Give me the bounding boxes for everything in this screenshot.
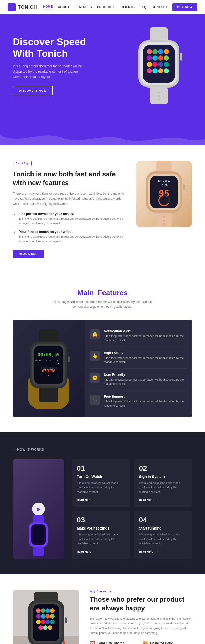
how-it-works-section: — HOW IT WORKS ▶ 01 Turn On Watch It is … bbox=[0, 432, 205, 574]
step-num-1: 01 bbox=[77, 464, 125, 473]
feature-desc-1: It is a long established fact that a rea… bbox=[19, 217, 126, 226]
svg-point-79 bbox=[50, 620, 55, 624]
about-watch-image: Tue, Sep 12 10:09 95 bbox=[136, 161, 192, 227]
svg-point-4 bbox=[147, 49, 152, 54]
features-bg: A 阿里素材网 00:09,59 bbox=[13, 320, 85, 417]
features-grid: A 阿里素材网 00:09,59 bbox=[13, 320, 192, 417]
svg-rect-41 bbox=[39, 329, 58, 343]
pink-watch-svg: Tue, Sep 12 10:09 95 bbox=[136, 161, 192, 227]
svg-point-70 bbox=[45, 608, 50, 613]
why-features-grid: ⏰ Long Time Charge 🎨 Unlimited Color 💳 E… bbox=[90, 640, 192, 644]
feature-row-desc-4: It is a long established fact that a rea… bbox=[104, 399, 187, 408]
features-section: Main Features It is a long established f… bbox=[0, 273, 205, 432]
feature-row-text-1: Notification Alert It is a long establis… bbox=[104, 329, 187, 342]
why-feature-1: ⏰ Long Time Charge bbox=[90, 640, 139, 644]
svg-point-18 bbox=[158, 68, 163, 73]
features-heading-normal: Main bbox=[77, 289, 94, 297]
watch-illustration bbox=[126, 27, 192, 104]
read-more-button[interactable]: READ MORE bbox=[13, 250, 44, 258]
nav-about[interactable]: ABOUT bbox=[58, 5, 69, 9]
play-button[interactable]: ▶ bbox=[32, 503, 45, 515]
navigation: T TONICH HOME ABOUT FEATURES PRODUCTS CL… bbox=[0, 0, 205, 14]
svg-point-14 bbox=[158, 62, 163, 67]
about-section: About App Tonich is now both fast and sa… bbox=[0, 145, 205, 273]
step-link-3[interactable]: Read More bbox=[77, 550, 95, 553]
nav-faq[interactable]: FAQ bbox=[140, 5, 146, 9]
svg-text:♥: ♥ bbox=[48, 374, 49, 377]
hero-heading: Discover Speed With Tonich bbox=[13, 36, 102, 60]
svg-point-15 bbox=[164, 62, 169, 67]
step-num-3: 03 bbox=[77, 516, 125, 524]
svg-point-23 bbox=[158, 95, 160, 97]
why-section: PRODUCT SOLD 1,850 HAPPY CUSTOMER 1,850 … bbox=[0, 574, 205, 644]
nav-features[interactable]: FEATURES bbox=[75, 5, 92, 9]
feature-row-text-2: High Quality It is a long established fa… bbox=[104, 351, 187, 364]
hero-section: Discover Speed With Tonich It is a long … bbox=[0, 14, 205, 125]
feature-row-text-3: User Friendly It is a long established f… bbox=[104, 373, 187, 386]
feature-row-title-1: Notification Alert bbox=[104, 329, 187, 333]
why-feature-2: 🎨 Unlimited Color bbox=[142, 640, 192, 644]
feature-row-title-4: Free Support bbox=[104, 395, 187, 398]
step-link-4[interactable]: Read More bbox=[139, 550, 157, 553]
svg-point-69 bbox=[41, 608, 45, 613]
hero-content: Discover Speed With Tonich It is a long … bbox=[13, 36, 102, 95]
nav-links: HOME ABOUT FEATURES PRODUCTS CLIENTS FAQ… bbox=[43, 3, 197, 11]
nav-contact[interactable]: CONTACT bbox=[151, 5, 167, 9]
feature-row-title-2: High Quality bbox=[104, 351, 187, 355]
logo-icon: T bbox=[8, 3, 16, 11]
svg-point-13 bbox=[152, 62, 158, 67]
nav-products[interactable]: PRODUCTS bbox=[97, 5, 115, 9]
how-grid: 01 Turn On Watch It is a long establishe… bbox=[72, 459, 192, 559]
feature-row-desc-1: It is a long established fact that a rea… bbox=[104, 334, 187, 342]
color-icon: 🎨 bbox=[142, 640, 148, 644]
logo[interactable]: T TONICH bbox=[8, 3, 37, 11]
buy-now-button[interactable]: BUY NOW bbox=[172, 3, 197, 11]
svg-text:0: 0 bbox=[58, 363, 60, 365]
notification-icon: 🔔 bbox=[90, 329, 100, 339]
about-watch: Tue, Sep 12 10:09 95 bbox=[136, 161, 192, 227]
svg-text:ACTIVE: ACTIVE bbox=[35, 360, 42, 362]
step-desc-1: It is a long established fact that a rea… bbox=[77, 481, 125, 494]
svg-rect-55 bbox=[68, 356, 70, 362]
why-content: Why Choose Us Those who prefer our produ… bbox=[90, 590, 192, 644]
step-link-1[interactable]: Read More bbox=[77, 498, 95, 501]
svg-point-73 bbox=[41, 614, 45, 619]
svg-point-19 bbox=[164, 68, 169, 73]
svg-text:00:09,59: 00:09,59 bbox=[38, 352, 60, 357]
svg-text:Tue, Sep 12: Tue, Sep 12 bbox=[158, 180, 170, 182]
nav-home[interactable]: HOME bbox=[43, 5, 53, 9]
svg-point-38 bbox=[163, 223, 165, 225]
svg-point-5 bbox=[152, 49, 158, 54]
svg-point-36 bbox=[163, 216, 165, 218]
why-watch-svg bbox=[13, 590, 79, 644]
step-title-2: Sign in System bbox=[139, 475, 187, 479]
svg-rect-60 bbox=[33, 547, 44, 556]
features-heading: Main Features bbox=[13, 289, 192, 297]
feature-item-1: ✓ The perfect device for your health. It… bbox=[13, 212, 126, 226]
why-image: PRODUCT SOLD 1,850 HAPPY CUSTOMER 1,850 bbox=[13, 590, 79, 644]
feature-item-2: ✓ Your fitness coach on your wrist.. It … bbox=[13, 230, 126, 244]
about-badge: About App bbox=[13, 161, 32, 166]
discover-button[interactable]: DISCOVERY NOW bbox=[13, 86, 53, 95]
features-heading-accent: Features bbox=[98, 289, 128, 297]
quality-icon: 👆 bbox=[90, 351, 100, 361]
svg-point-9 bbox=[152, 55, 158, 61]
step-num-2: 02 bbox=[139, 464, 187, 473]
why-heading: Those who prefer our product are always … bbox=[90, 595, 192, 613]
nav-clients[interactable]: CLIENTS bbox=[120, 5, 135, 9]
feature-title-1: The perfect device for your health. bbox=[19, 212, 126, 216]
svg-rect-56 bbox=[33, 515, 44, 523]
svg-point-24 bbox=[158, 99, 160, 100]
about-description: There are many variations of passages of… bbox=[13, 191, 126, 207]
svg-point-71 bbox=[50, 608, 55, 613]
step-link-2[interactable]: Read More bbox=[139, 498, 157, 501]
svg-point-76 bbox=[36, 620, 41, 624]
feature-desc-2: It is a long established fact that a rea… bbox=[19, 235, 126, 244]
wave-svg bbox=[0, 125, 205, 145]
logo-text: TONICH bbox=[18, 5, 37, 10]
how-label: — HOW IT WORKS bbox=[13, 448, 192, 451]
svg-point-12 bbox=[147, 62, 152, 67]
svg-rect-20 bbox=[180, 53, 182, 61]
step-num-4: 04 bbox=[139, 516, 187, 524]
feature-title-2: Your fitness coach on your wrist.. bbox=[19, 230, 126, 234]
